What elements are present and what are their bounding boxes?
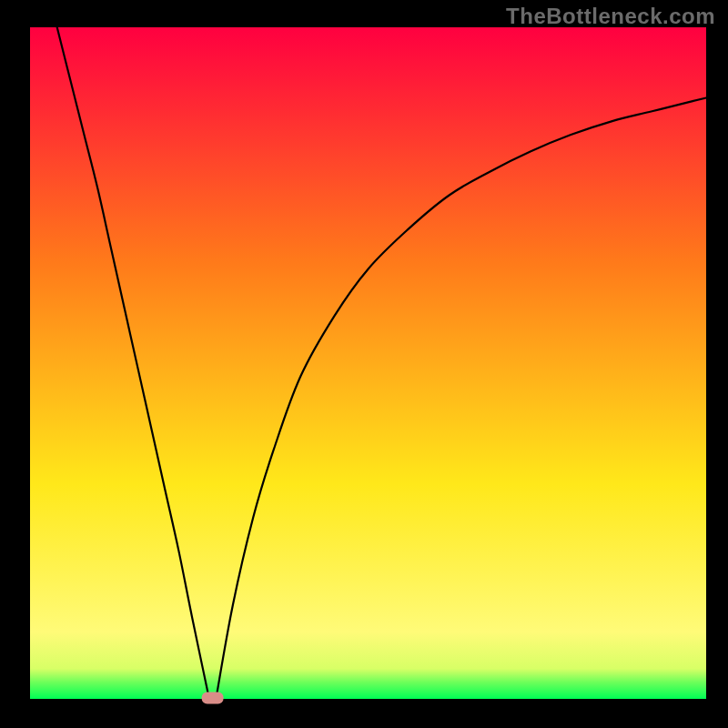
chart-frame: TheBottleneck.com: [0, 0, 728, 728]
watermark-text: TheBottleneck.com: [506, 4, 715, 29]
minimum-marker: [202, 693, 224, 704]
bottleneck-chart: [0, 0, 728, 728]
plot-background: [30, 27, 706, 699]
